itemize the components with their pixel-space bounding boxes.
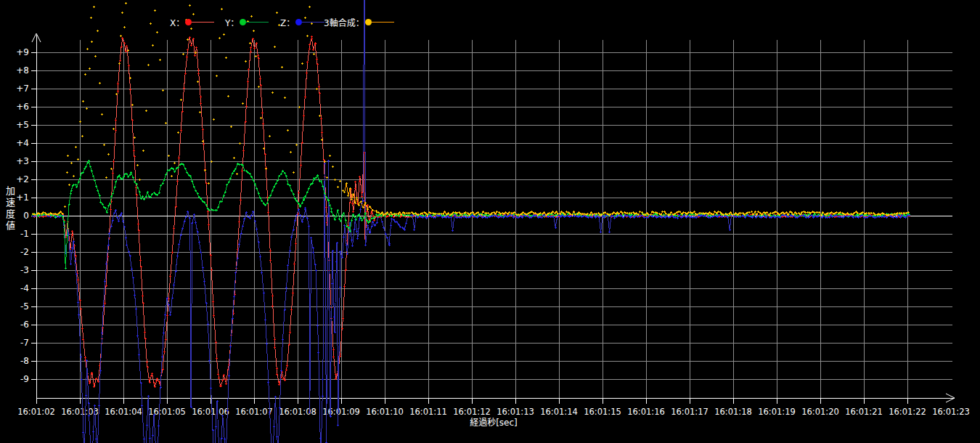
- x-tick-label: 16:01:04: [105, 407, 142, 417]
- x-tick-label: 16:01:15: [584, 407, 621, 417]
- y-tick-label: +8: [16, 65, 29, 76]
- x-tick-label: 16:01:19: [758, 407, 796, 417]
- y-tick-label: -6: [20, 320, 29, 330]
- x-tick-label: 16:01:23: [932, 407, 970, 417]
- series-z-line: [33, 0, 411, 443]
- y-tick-label: +3: [16, 156, 29, 166]
- y-tick-label: -3: [20, 265, 29, 275]
- composite-scatter-markers: [64, 2, 344, 208]
- x-tick-label: 16:01:09: [322, 407, 360, 417]
- y-tick-label: -2: [20, 247, 29, 257]
- y-tick-label: +1: [16, 192, 29, 203]
- y-tick-label: 0: [23, 211, 29, 221]
- y-tick-label: +9: [16, 47, 29, 57]
- y-tick-label: -5: [20, 301, 29, 312]
- y-tick-label: -7: [20, 338, 29, 348]
- x-tick-label: 16:01:03: [61, 407, 99, 417]
- y-tick-label: +2: [16, 174, 29, 184]
- y-tick-label: -9: [20, 374, 29, 384]
- y-tick-label: +5: [16, 120, 29, 130]
- x-tick-label: 16:01:18: [714, 407, 752, 417]
- acceleration-chart: +9+8+7+6+5+4+3+2+10-1-2-3-4-5-6-7-8-916:…: [0, 0, 980, 443]
- x-tick-label: 16:01:16: [627, 407, 665, 417]
- composite-tail-markers: [343, 182, 377, 213]
- x-tick-label: 16:01:10: [366, 407, 404, 417]
- x-tick-label: 16:01:21: [845, 407, 883, 417]
- chart-canvas: +9+8+7+6+5+4+3+2+10-1-2-3-4-5-6-7-8-916:…: [0, 0, 980, 443]
- y-tick-label: +7: [16, 84, 29, 94]
- x-axis-label: 経過秒[sec]: [436, 415, 552, 428]
- x-tick-label: 16:01:17: [671, 407, 709, 417]
- x-tick-label: 16:01:20: [801, 407, 839, 417]
- x-tick-label: 16:01:22: [889, 407, 926, 417]
- y-tick-label: +6: [16, 102, 29, 112]
- y-tick-label: +4: [16, 138, 29, 148]
- x-tick-label: 16:01:02: [17, 407, 55, 417]
- y-tick-label: -8: [20, 356, 29, 366]
- y-axis-label: 加速度値: [3, 186, 17, 232]
- x-tick-label: 16:01:07: [235, 407, 273, 417]
- y-tick-label: -1: [20, 229, 29, 239]
- y-tick-label: -4: [20, 283, 29, 293]
